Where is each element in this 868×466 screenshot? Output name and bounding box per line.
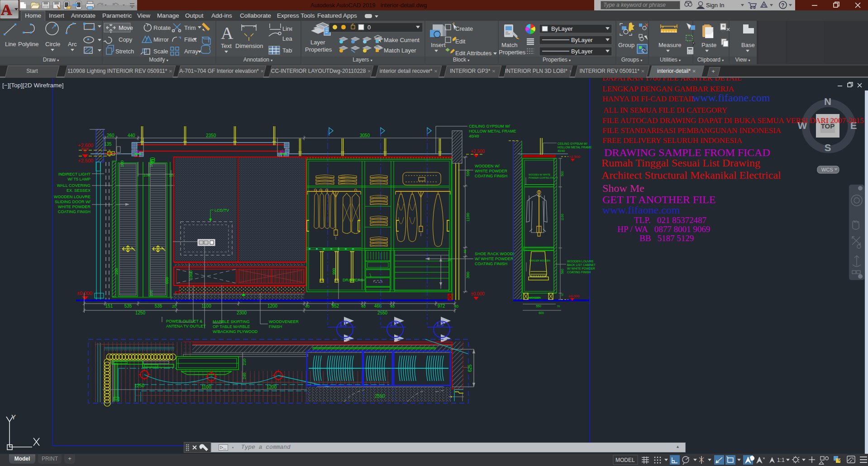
- svg-text:WOODVENEER: WOODVENEER: [269, 319, 299, 324]
- svg-text:1:1: 1:1: [777, 457, 785, 463]
- svg-text:Properties: Properties: [499, 49, 526, 56]
- svg-text:Trim: Trim: [184, 24, 196, 31]
- svg-text:WALL COVERING: WALL COVERING: [57, 183, 91, 188]
- svg-text:100: 100: [143, 173, 150, 177]
- svg-text:300: 300: [466, 271, 470, 278]
- svg-text:40: 40: [463, 249, 467, 253]
- svg-text:Line: Line: [5, 41, 16, 48]
- svg-text:40/40: 40/40: [469, 134, 479, 138]
- svg-text:Array: Array: [184, 48, 199, 55]
- svg-text:Leader: Leader: [282, 35, 292, 42]
- svg-text:WOODEN LOUVRE: WOODEN LOUVRE: [54, 195, 91, 199]
- svg-text:MARBLE SKIRTING: MARBLE SKIRTING: [213, 319, 250, 324]
- svg-text:Show Me: Show Me: [602, 182, 644, 194]
- svg-text:WCS: WCS: [821, 167, 833, 172]
- svg-text:±0.000: ±0.000: [471, 291, 485, 296]
- svg-text:Match Layer: Match Layer: [384, 47, 416, 54]
- svg-text:FILE STANDARISASI PEMBANGUNAN: FILE STANDARISASI PEMBANGUNAN INDONESIA: [602, 126, 782, 135]
- svg-text:1250: 1250: [135, 310, 146, 315]
- svg-text:ANTENA TV OUTLET: ANTENA TV OUTLET: [166, 324, 206, 328]
- svg-text:Insert: Insert: [431, 42, 446, 48]
- svg-text:ψ: ψ: [281, 148, 284, 154]
- svg-text:+2.500: +2.500: [471, 149, 485, 154]
- svg-text:100: 100: [120, 160, 124, 167]
- svg-text:+2.500: +2.500: [569, 155, 580, 159]
- svg-text:40: 40: [454, 304, 458, 309]
- svg-text:COATING FINISH: COATING FINISH: [475, 262, 507, 266]
- svg-text:SLIDING DOOR W/: SLIDING DOOR W/: [55, 200, 91, 204]
- svg-text:972: 972: [438, 304, 445, 309]
- svg-text:Rumah Tinggal Sesuai List Draw: Rumah Tinggal Sesuai List Drawing: [601, 157, 760, 169]
- svg-text:Move: Move: [119, 24, 133, 31]
- svg-text:WOODEN W/: WOODEN W/: [475, 164, 500, 168]
- svg-text:POWER OUTLET &: POWER OUTLET &: [166, 319, 202, 323]
- svg-text:952: 952: [332, 304, 339, 309]
- svg-text:440: 440: [128, 133, 135, 138]
- svg-text:100: 100: [169, 173, 176, 177]
- svg-text:Make Current: Make Current: [384, 37, 420, 43]
- svg-text:151: 151: [105, 304, 113, 309]
- svg-text:W/ WHITE POWDER: W/ WHITE POWDER: [475, 257, 514, 261]
- svg-text:FREE DELIVERY SELURUH INDONES: FREE DELIVERY SELURUH INDONESIA: [602, 136, 742, 145]
- svg-text:Polyline: Polyline: [18, 41, 39, 48]
- svg-text:EX. SESSEX: EX. SESSEX: [67, 188, 91, 193]
- svg-text:N: N: [824, 96, 831, 107]
- svg-text:40: 40: [361, 304, 366, 309]
- svg-text:Stretch: Stretch: [115, 48, 134, 55]
- svg-text:Paste: Paste: [701, 42, 716, 48]
- svg-text:0: 0: [367, 24, 371, 31]
- svg-text:1000: 1000: [189, 271, 193, 280]
- svg-text:ByLayer: ByLayer: [551, 25, 573, 32]
- svg-text:Mirror: Mirror: [153, 36, 169, 43]
- svg-text:HANGER: HANGER: [529, 296, 540, 299]
- svg-text:Architect Structural Mekanikal: Architect Structural Mekanikal Electrica…: [601, 169, 781, 181]
- svg-text:HOLLOW METAL FRAME: HOLLOW METAL FRAME: [558, 146, 592, 149]
- svg-text:100: 100: [149, 290, 153, 296]
- svg-text:Edit Attributes: Edit Attributes: [455, 50, 492, 57]
- svg-text:W/ T5 LAMP: W/ T5 LAMP: [67, 177, 91, 181]
- svg-text:COATING FINISH: COATING FINISH: [567, 271, 591, 274]
- svg-text:75: 75: [561, 293, 564, 296]
- svg-text:BACK LIST CABINET: BACK LIST CABINET: [567, 263, 596, 266]
- svg-text:TLP. 021 85372487: TLP. 021 85372487: [634, 215, 706, 225]
- svg-text:ByLayer: ByLayer: [571, 48, 593, 55]
- svg-text:1100: 1100: [466, 213, 470, 221]
- svg-text:Circle: Circle: [45, 41, 60, 48]
- svg-text:OP TABLE MARBLE: OP TABLE MARBLE: [213, 324, 250, 329]
- svg-text:1200: 1200: [267, 385, 277, 390]
- svg-text:535: 535: [124, 304, 132, 309]
- svg-text:550: 550: [536, 304, 541, 308]
- svg-text:Properties: Properties: [305, 46, 332, 53]
- svg-text:WHITE POWDER: WHITE POWDER: [475, 169, 507, 173]
- svg-text:Match: Match: [501, 42, 517, 48]
- svg-text:Create: Create: [455, 25, 473, 32]
- svg-text:580: 580: [561, 269, 564, 274]
- svg-text:Base: Base: [741, 42, 755, 48]
- svg-text:1.1: 1.1: [339, 321, 347, 328]
- svg-text:1.2: 1.2: [390, 321, 397, 328]
- svg-text:Scale: Scale: [153, 48, 168, 55]
- svg-text:1200: 1200: [267, 304, 278, 309]
- svg-text:Measure: Measure: [658, 42, 682, 48]
- svg-text:Text: Text: [221, 43, 232, 49]
- svg-text:HOLLOW METAL FRAME: HOLLOW METAL FRAME: [469, 129, 516, 133]
- svg-text:20: 20: [172, 304, 176, 309]
- svg-text:A: A: [221, 24, 234, 43]
- svg-text:HANYA DI FI-CAD DETAIL: HANYA DI FI-CAD DETAIL: [602, 95, 696, 103]
- svg-text:210: 210: [242, 358, 247, 365]
- svg-text:CEILING GYPSUM W/: CEILING GYPSUM W/: [558, 142, 587, 145]
- svg-text:CEILING GYPSUM W/: CEILING GYPSUM W/: [469, 124, 510, 128]
- svg-text:±0.000: ±0.000: [568, 294, 580, 298]
- svg-text:Rotate: Rotate: [153, 24, 171, 31]
- svg-text:Arc: Arc: [68, 41, 77, 48]
- svg-text:+2.600: +2.600: [78, 143, 93, 148]
- svg-text:FINISH: FINISH: [269, 324, 282, 329]
- svg-text:Copy: Copy: [119, 36, 133, 43]
- svg-text:135: 135: [104, 142, 112, 147]
- svg-text:1100: 1100: [561, 214, 564, 220]
- svg-text:40: 40: [305, 304, 310, 309]
- svg-text:2350: 2350: [206, 133, 216, 138]
- svg-text:COATING FINISH: COATING FINISH: [475, 174, 507, 178]
- svg-text:Group: Group: [618, 42, 634, 48]
- svg-text:Edit: Edit: [455, 38, 466, 45]
